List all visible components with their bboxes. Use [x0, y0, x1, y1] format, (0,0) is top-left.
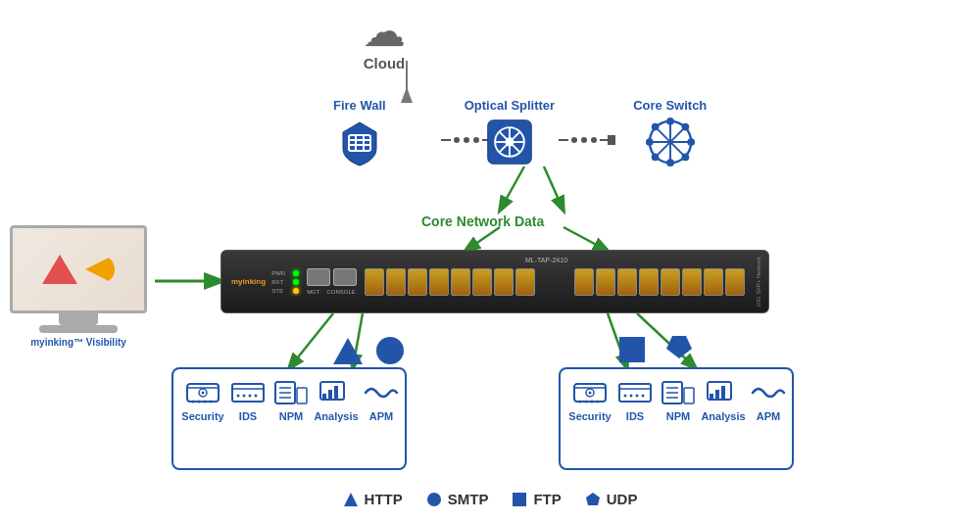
- console-label: CONSOLE: [326, 289, 355, 295]
- legend-http: HTTP: [343, 491, 403, 507]
- tap-side-label: 10G SFP+ Network: [753, 251, 764, 312]
- sts-label: STS: [271, 288, 289, 294]
- tool-box-left: Security IDS: [172, 367, 407, 470]
- svg-rect-95: [715, 390, 719, 400]
- analysis-icon-left: [318, 379, 354, 406]
- sfp-13: [661, 268, 680, 296]
- tool-security-left: Security: [183, 379, 222, 422]
- sfp-11: [617, 268, 637, 296]
- svg-line-16: [564, 227, 608, 251]
- mgt-port: [307, 268, 330, 286]
- splitter-icon: [484, 117, 535, 167]
- svg-marker-97: [344, 493, 358, 506]
- svg-point-79: [585, 401, 588, 403]
- svg-rect-24: [619, 337, 645, 362]
- circle-icon: [426, 492, 442, 507]
- svg-point-87: [642, 395, 645, 398]
- svg-rect-82: [619, 384, 651, 402]
- legend-ftp: FTP: [512, 491, 561, 507]
- svg-point-86: [636, 395, 639, 398]
- npm-icon-right: [661, 379, 696, 406]
- cloud-section: ☁ Cloud: [363, 10, 406, 71]
- tool-box-right: Security IDS: [559, 367, 794, 470]
- svg-rect-96: [721, 386, 725, 400]
- svg-point-98: [427, 493, 441, 506]
- pwr-label: PWR: [271, 270, 289, 276]
- svg-line-20: [608, 313, 627, 368]
- rxt-label: RXT: [271, 279, 289, 285]
- svg-line-21: [637, 313, 696, 368]
- apm-label-left: APM: [369, 410, 393, 422]
- security-icon-left: [185, 379, 220, 406]
- cloud-label: Cloud: [363, 55, 406, 71]
- npm-icon-left: [273, 379, 309, 406]
- svg-point-61: [237, 395, 240, 398]
- sfp-8: [515, 268, 535, 296]
- mgt-label: MGT: [307, 289, 319, 295]
- pwr-led: [293, 270, 299, 276]
- security-label-right: Security: [568, 410, 611, 422]
- legend-smtp-label: SMTP: [448, 491, 489, 507]
- svg-point-44: [666, 159, 674, 166]
- ids-label-right: IDS: [626, 410, 644, 422]
- legend-udp-label: UDP: [607, 491, 638, 507]
- firewall-component: Fire Wall: [333, 98, 386, 167]
- tool-analysis-left: Analysis: [317, 379, 356, 422]
- svg-point-50: [651, 154, 659, 162]
- sfp-4: [429, 268, 449, 296]
- tool-apm-left: APM: [364, 379, 399, 422]
- svg-line-13: [500, 166, 524, 211]
- triangle-icon: [343, 492, 359, 507]
- svg-point-48: [681, 154, 689, 162]
- security-label-left: Security: [181, 410, 223, 422]
- analysis-label-right: Analysis: [701, 410, 745, 422]
- monitor-label: myinking™ Visibility: [10, 337, 147, 348]
- legend-ftp-label: FTP: [533, 491, 561, 507]
- svg-rect-72: [328, 390, 332, 400]
- tool-apm-right: APM: [751, 379, 786, 422]
- sfp-5: [451, 268, 470, 296]
- sfp-7: [494, 268, 514, 296]
- cloud-icon: ☁: [363, 10, 406, 53]
- sfp-9: [574, 268, 594, 296]
- svg-marker-25: [666, 336, 692, 358]
- pentagon-icon: [585, 492, 601, 507]
- main-diagram: ☁ Cloud Fire Wall Optical Splitter: [0, 0, 980, 522]
- tap-rj45-ports: MGT CONSOLE: [307, 268, 357, 295]
- svg-point-46: [687, 138, 695, 146]
- tool-security-right: Security: [570, 379, 610, 422]
- tap-model-label: ML-TAP-2410: [525, 257, 567, 263]
- svg-line-19: [353, 313, 363, 368]
- tool-npm-right: NPM: [661, 379, 696, 422]
- sfp-16: [725, 268, 745, 296]
- firewall-icon: [334, 117, 385, 167]
- svg-rect-71: [322, 394, 326, 400]
- svg-point-63: [249, 395, 252, 398]
- switch-component: Core Switch: [633, 98, 707, 167]
- svg-point-37: [505, 137, 514, 146]
- tap-brand-area: myinking: [231, 277, 266, 286]
- switch-label: Core Switch: [633, 98, 707, 113]
- legend-udp: UDP: [585, 491, 638, 507]
- svg-point-57: [204, 401, 207, 403]
- svg-point-47: [651, 123, 659, 131]
- tap-sfp-row-right: [574, 268, 759, 296]
- sfp-2: [386, 268, 406, 296]
- svg-point-49: [681, 123, 689, 131]
- sfp-10: [596, 268, 615, 296]
- monitor-screen: [10, 225, 147, 313]
- svg-rect-66: [297, 388, 307, 403]
- legend-http-label: HTTP: [365, 491, 403, 507]
- tap-device: myinking PWR RXT STS MGT CONSOLE: [220, 250, 769, 313]
- svg-rect-94: [710, 394, 713, 400]
- tap-sfp-row-left: [365, 268, 549, 296]
- sfp-1: [365, 268, 384, 296]
- svg-point-85: [630, 395, 633, 398]
- rxt-led: [293, 279, 299, 285]
- svg-point-64: [255, 395, 258, 398]
- svg-line-18: [289, 313, 333, 368]
- svg-point-81: [597, 401, 600, 403]
- svg-point-55: [192, 401, 195, 403]
- tool-ids-left: IDS: [230, 379, 266, 422]
- apm-icon-left: [364, 379, 399, 406]
